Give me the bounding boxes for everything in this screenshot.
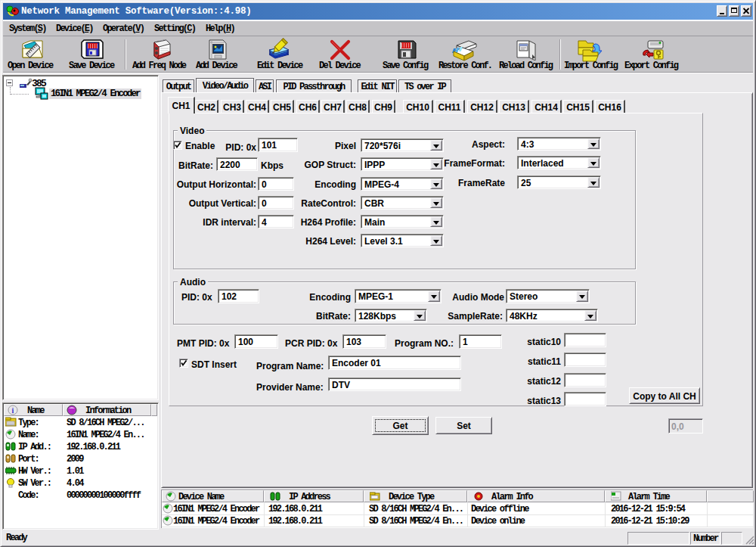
svg-text:i: i (12, 406, 14, 415)
